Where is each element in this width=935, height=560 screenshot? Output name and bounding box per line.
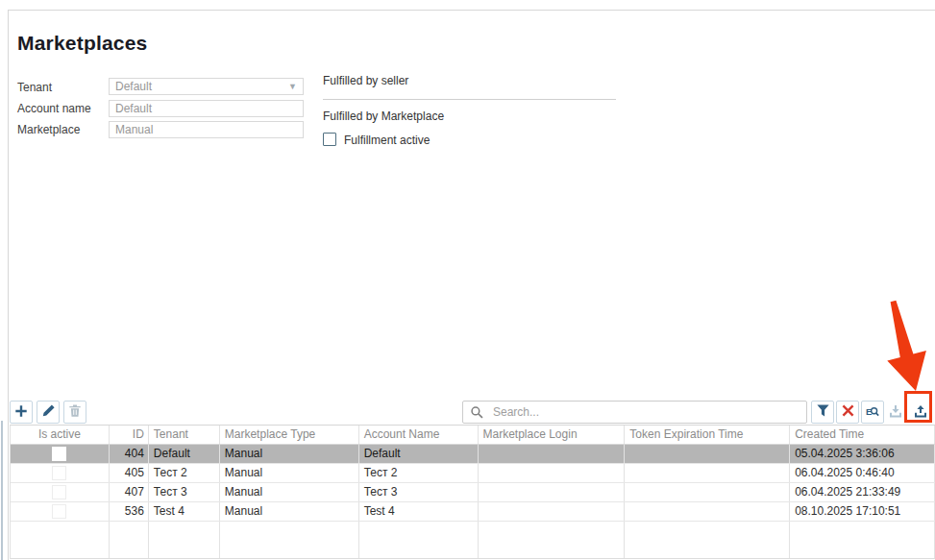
column-header-type[interactable]: Marketplace Type xyxy=(220,426,359,444)
cell-token xyxy=(625,502,790,521)
cell-active xyxy=(11,502,110,521)
empty-cell xyxy=(220,522,359,558)
cell-account: Default xyxy=(359,445,479,463)
account-name-input[interactable] xyxy=(109,100,304,117)
column-header-login[interactable]: Marketplace Login xyxy=(479,426,626,444)
table-row[interactable]: 536Test 4ManualTest 408.10.2025 17:10:51 xyxy=(11,502,935,522)
cell-login xyxy=(479,445,626,463)
cell-login xyxy=(479,464,626,482)
cell-tenant: Тест 3 xyxy=(149,483,220,501)
cell-tenant: Тест 2 xyxy=(149,464,220,482)
is-active-checkbox[interactable] xyxy=(52,466,66,480)
cell-tenant: Default xyxy=(149,445,220,463)
upload-button[interactable] xyxy=(909,401,932,424)
panel-left-border xyxy=(8,10,9,560)
column-header-active[interactable]: Is active xyxy=(11,426,110,444)
is-active-checkbox[interactable] xyxy=(52,447,66,461)
cell-tenant: Test 4 xyxy=(149,502,220,521)
cell-created: 06.04.2025 0:46:40 xyxy=(790,464,935,482)
search-input[interactable] xyxy=(491,404,800,420)
fulfillment-active-checkbox[interactable] xyxy=(323,133,336,146)
cell-account: Test 4 xyxy=(359,502,479,521)
grid-left-edge xyxy=(1,421,3,560)
grid: Is activeIDTenantMarketplace TypeAccount… xyxy=(10,425,935,559)
search-icon xyxy=(470,405,484,420)
cell-id: 407 xyxy=(110,483,149,501)
clear-filter-button[interactable] xyxy=(836,401,859,424)
cell-id: 404 xyxy=(110,445,149,463)
add-button[interactable] xyxy=(10,401,33,424)
trash-icon xyxy=(68,403,82,421)
edit-button[interactable] xyxy=(37,401,60,424)
cell-id: 536 xyxy=(110,502,149,521)
plus-icon xyxy=(13,403,29,422)
grid-empty-area xyxy=(11,522,935,558)
empty-cell xyxy=(11,522,110,558)
cell-login xyxy=(479,502,626,521)
marketplace-input[interactable] xyxy=(109,121,304,138)
cell-active xyxy=(11,445,110,463)
download-tray-icon xyxy=(888,403,903,422)
section-divider xyxy=(323,99,616,100)
column-header-id[interactable]: ID xyxy=(110,426,149,444)
cell-account: Тест 2 xyxy=(359,464,479,482)
is-active-checkbox[interactable] xyxy=(52,485,66,499)
pencil-icon xyxy=(41,403,56,421)
column-header-created[interactable]: Created Time xyxy=(790,426,935,444)
grid-header-row: Is activeIDTenantMarketplace TypeAccount… xyxy=(11,426,935,445)
cell-created: 06.04.2025 21:33:49 xyxy=(790,483,935,501)
empty-cell xyxy=(790,522,935,558)
cell-account: Тест 3 xyxy=(359,483,479,501)
search-box xyxy=(462,401,807,424)
cell-type: Manual xyxy=(220,445,359,463)
chevron-down-icon: ▼ xyxy=(288,82,297,91)
delete-button[interactable] xyxy=(63,401,86,424)
fulfilled-by-seller-label: Fulfilled by seller xyxy=(323,74,408,87)
cell-type: Manual xyxy=(220,483,359,501)
is-active-checkbox[interactable] xyxy=(52,504,66,519)
red-x-icon xyxy=(841,403,855,421)
tenant-select-value: Default xyxy=(115,80,284,93)
panel-top-border xyxy=(8,10,935,11)
download-button[interactable] xyxy=(884,401,907,424)
filter-funnel-icon xyxy=(816,403,830,421)
marketplace-label: Marketplace xyxy=(17,123,80,136)
filter-button[interactable] xyxy=(811,401,834,424)
tenant-select[interactable]: Default ▼ xyxy=(109,78,304,95)
column-search-button[interactable]: E xyxy=(861,401,884,424)
page-title: Marketplaces xyxy=(17,32,147,55)
cell-created: 05.04.2025 3:36:06 xyxy=(790,445,935,463)
empty-cell xyxy=(625,522,790,558)
cell-token xyxy=(625,464,790,482)
cell-active xyxy=(11,464,110,482)
cell-token xyxy=(625,445,790,463)
empty-cell xyxy=(149,522,220,558)
cell-created: 08.10.2025 17:10:51 xyxy=(790,502,935,521)
empty-cell xyxy=(479,522,626,558)
fulfilled-by-marketplace-label: Fulfilled by Marketplace xyxy=(323,110,444,123)
tenant-label: Tenant xyxy=(17,81,52,94)
column-header-account[interactable]: Account Name xyxy=(359,426,479,444)
column-header-tenant[interactable]: Tenant xyxy=(149,426,220,444)
fulfillment-active-label: Fulfillment active xyxy=(344,134,430,147)
table-row[interactable]: 407Тест 3ManualТест 306.04.2025 21:33:49 xyxy=(11,483,935,502)
cell-type: Manual xyxy=(220,464,359,482)
cell-active xyxy=(11,483,110,501)
upload-tray-icon xyxy=(913,403,928,422)
cell-id: 405 xyxy=(110,464,149,482)
table-row[interactable]: 404DefaultManualDefault05.04.2025 3:36:0… xyxy=(11,445,935,464)
cell-token xyxy=(625,483,790,501)
column-header-token[interactable]: Token Expiration Time xyxy=(625,426,790,444)
empty-cell xyxy=(359,522,479,558)
eq-search-icon: E xyxy=(865,403,880,422)
account-name-label: Account name xyxy=(17,102,91,115)
grid-body: 404DefaultManualDefault05.04.2025 3:36:0… xyxy=(11,445,935,558)
table-row[interactable]: 405Тест 2ManualТест 206.04.2025 0:46:40 xyxy=(11,464,935,483)
cell-type: Manual xyxy=(220,502,359,521)
empty-cell xyxy=(110,522,149,558)
cell-login xyxy=(479,483,626,501)
